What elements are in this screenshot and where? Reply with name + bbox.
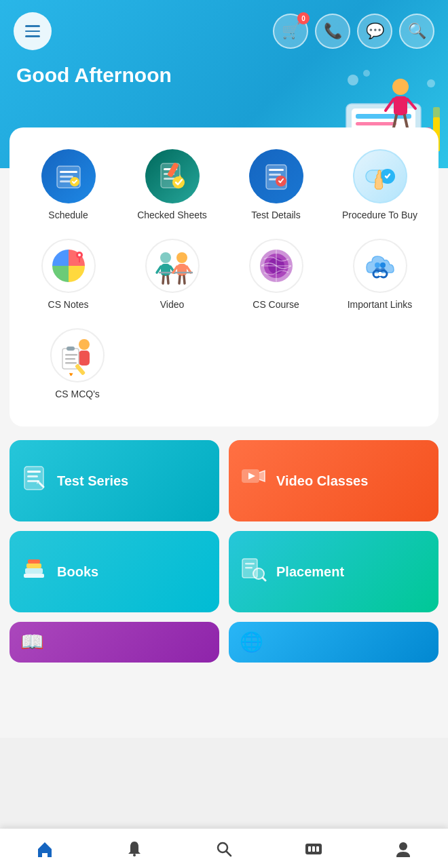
svg-line-44: [157, 267, 161, 273]
svg-rect-67: [79, 351, 90, 366]
svg-point-49: [176, 252, 187, 263]
profile-icon: [394, 840, 413, 859]
grid-item-test-details[interactable]: Test Details: [229, 144, 324, 226]
whatsapp-icon: 💬: [366, 22, 384, 40]
video-label: Video: [160, 298, 185, 311]
test-details-label: Test Details: [251, 209, 300, 221]
svg-point-66: [79, 339, 90, 350]
svg-rect-98: [316, 846, 319, 852]
svg-marker-75: [68, 372, 73, 376]
grid-card: Schedule Chec: [10, 127, 438, 427]
svg-rect-77: [27, 471, 41, 473]
svg-point-18: [427, 79, 435, 87]
cs-course-icon: [249, 239, 303, 293]
svg-line-89: [263, 578, 265, 580]
svg-rect-63: [379, 272, 381, 276]
svg-line-54: [184, 276, 185, 283]
svg-rect-86: [28, 559, 40, 564]
important-links-icon: [353, 239, 407, 293]
test-series-label: Test Series: [57, 473, 128, 489]
cart-icon: 🛒: [282, 22, 300, 40]
books-icon: [20, 555, 48, 588]
grid-item-procedure-to-buy[interactable]: Procedure To Buy: [333, 144, 428, 226]
svg-point-10: [392, 79, 409, 95]
header-icons: 🛒 0 📞 💬 🔍: [273, 14, 434, 49]
nav-profile[interactable]: [383, 837, 424, 861]
svg-rect-72: [65, 358, 75, 360]
grid-item-important-links[interactable]: Important Links: [333, 233, 428, 316]
header-top: 🛒 0 📞 💬 🔍: [14, 12, 434, 50]
grid-item-video[interactable]: Video: [125, 233, 220, 316]
svg-rect-84: [25, 568, 43, 574]
schedule-icon: [41, 149, 96, 203]
important-links-label: Important Links: [348, 298, 413, 311]
grid-row-3: CS MCQ's: [16, 323, 432, 406]
svg-line-51: [173, 267, 177, 273]
cs-mcqs-icon: [50, 328, 105, 382]
svg-rect-33: [269, 174, 281, 176]
nav-notifications[interactable]: [114, 837, 155, 861]
placement-button[interactable]: Placement: [229, 531, 438, 612]
svg-point-17: [363, 70, 370, 77]
svg-rect-21: [60, 176, 73, 178]
cs-mcqs-label: CS MCQ's: [55, 388, 100, 400]
svg-line-47: [168, 276, 168, 283]
notification-icon: [125, 840, 144, 859]
extra2-icon: 🌐: [240, 631, 263, 653]
search-nav-icon: [214, 840, 234, 859]
extra-button-1[interactable]: 📖: [10, 622, 219, 663]
procedure-to-buy-label: Procedure To Buy: [342, 209, 417, 221]
svg-rect-83: [24, 574, 44, 578]
svg-rect-3: [356, 122, 396, 125]
cart-badge: 0: [297, 12, 310, 24]
home-icon: [35, 840, 54, 859]
grid-item-checked-sheets[interactable]: Checked Sheets: [125, 144, 220, 226]
whatsapp-button[interactable]: 💬: [357, 14, 392, 49]
svg-line-46: [163, 276, 164, 283]
checked-sheets-label: Checked Sheets: [137, 209, 207, 221]
cs-notes-label: CS Notes: [48, 298, 89, 311]
checked-sheets-icon: [145, 149, 200, 203]
search-button[interactable]: 🔍: [399, 14, 434, 49]
svg-rect-20: [60, 171, 77, 173]
svg-rect-97: [312, 846, 315, 852]
grid-item-cs-notes[interactable]: CS Notes: [21, 233, 116, 316]
svg-rect-71: [65, 354, 77, 356]
cs-course-label: CS Course: [253, 298, 299, 311]
placement-label: Placement: [276, 564, 344, 580]
svg-rect-76: [24, 467, 43, 490]
cart-button[interactable]: 🛒 0: [273, 14, 308, 49]
svg-point-65: [380, 262, 386, 268]
search-icon: 🔍: [408, 22, 426, 40]
extra1-icon: 📖: [20, 631, 44, 653]
phone-icon: 📞: [324, 22, 342, 40]
menu-button[interactable]: [14, 12, 52, 50]
svg-rect-43: [161, 264, 170, 276]
grid-row-1: Schedule Chec: [16, 144, 432, 226]
svg-rect-85: [26, 564, 41, 568]
grid-row-2: CS Notes: [16, 233, 432, 316]
nav-home[interactable]: [24, 837, 65, 861]
books-label: Books: [57, 564, 98, 580]
nav-tickets[interactable]: [293, 837, 334, 861]
svg-point-16: [348, 75, 358, 85]
grid-item-cs-mcqs[interactable]: CS MCQ's: [30, 323, 125, 406]
svg-rect-91: [245, 567, 253, 569]
svg-rect-92: [133, 854, 136, 856]
schedule-label: Schedule: [48, 209, 88, 221]
svg-rect-22: [60, 180, 71, 182]
video-classes-button[interactable]: Video Classes: [229, 440, 438, 521]
books-button[interactable]: Books: [10, 531, 219, 612]
svg-rect-73: [65, 362, 77, 364]
main-content: Schedule Chec: [0, 127, 448, 738]
grid-item-cs-course[interactable]: CS Course: [229, 233, 324, 316]
nav-search[interactable]: [204, 837, 244, 861]
extra-button-2[interactable]: 🌐: [229, 622, 438, 663]
grid-item-schedule[interactable]: Schedule: [21, 144, 116, 226]
svg-rect-70: [67, 347, 75, 351]
svg-line-52: [187, 267, 191, 273]
svg-line-53: [179, 276, 180, 283]
test-series-button[interactable]: Test Series: [10, 440, 219, 521]
svg-line-94: [226, 851, 231, 856]
phone-button[interactable]: 📞: [315, 14, 350, 49]
